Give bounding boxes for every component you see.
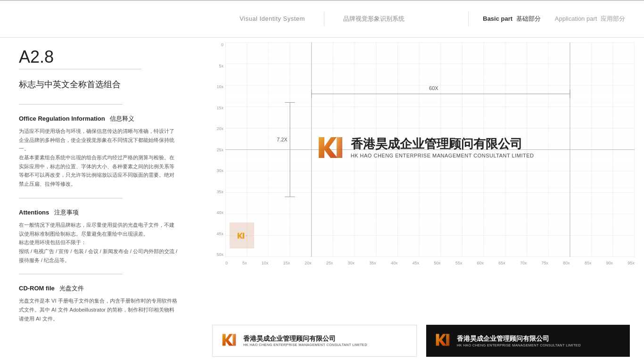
logo-light-svg xyxy=(220,331,239,348)
page-code-divider xyxy=(19,69,141,69)
logo-dark-svg xyxy=(433,331,452,348)
page-title: 标志与中英文全称首选组合 xyxy=(19,79,179,90)
y-axis-labels: 50x 45x 40x 35x 30x 25x 20x 15x 10x 5x 0 xyxy=(212,42,225,257)
header-center: Visual Identity System 品牌视觉形象识别系统 xyxy=(239,12,405,26)
annotation-60x: 60X xyxy=(429,85,438,91)
logo-dark-text: 香港昊成企业管理顾问有限公司 HK HAO CHENG ENTERPRISE M… xyxy=(457,334,581,347)
vi-title: Visual Identity System xyxy=(239,15,305,22)
section2-heading: Attentions 注意事项 xyxy=(19,208,179,217)
chart-thumbnail: ✕ xyxy=(230,222,254,248)
top-line-left xyxy=(0,0,28,1)
section1-heading: Office Regulation Information 信息释义 xyxy=(19,114,179,123)
top-line xyxy=(28,0,644,1)
section2-body: 在一般情况下使用品牌标志，应尽量使用提供的光盘电子文件，不建议使用标准制图绘制标… xyxy=(19,221,179,264)
chart-area: 7.2X 60X xyxy=(225,42,635,257)
logo-dark-cn: 香港昊成企业管理顾问有限公司 xyxy=(457,334,581,343)
section2-divider xyxy=(19,198,123,198)
logo-dark-en: HK HAO CHENG ENTERPRISE MANAGEMENT CONSU… xyxy=(457,343,581,347)
logo-light: 香港昊成企业管理顾问有限公司 HK HAO CHENG ENTERPRISE M… xyxy=(212,325,417,357)
page-code: A2.8 xyxy=(19,47,179,67)
logo-light-cn: 香港昊成企业管理顾问有限公司 xyxy=(243,334,367,343)
chart-logo-cn: 香港昊成企业管理顾问有限公司 xyxy=(351,137,534,151)
chart-logo-text: 香港昊成企业管理顾问有限公司 HK HAO CHENG ENTERPRISE M… xyxy=(351,137,534,158)
section3-body: 光盘文件是本 VI 手册电子文件的集合，内含手册制作时的专用软件格式文件。其中 … xyxy=(19,296,179,323)
logo-light-en: HK HAO CHENG ENTERPRISE MANAGEMENT CONSU… xyxy=(243,343,367,348)
logo-dark: 香港昊成企业管理顾问有限公司 HK HAO CHENG ENTERPRISE M… xyxy=(426,325,630,357)
section1-divider xyxy=(19,104,123,105)
logo-dark-icon xyxy=(433,331,452,350)
right-panel: 50x 45x 40x 35x 30x 25x 20x 15x 10x 5x 0 xyxy=(198,38,644,330)
section3-divider xyxy=(19,274,123,274)
logo-light-icon xyxy=(220,331,239,350)
chart-logo-icon xyxy=(314,133,347,162)
app-part-label: Application part 应用部分 xyxy=(555,14,625,23)
thumbnail-icon xyxy=(236,231,246,240)
header-right: Basic part 基础部分 Application part 应用部分 xyxy=(468,12,625,26)
section1-body: 为适应不同使用场合与环境，确保信息传达的清晰与准确，特设计了企业品牌的多种组合，… xyxy=(19,127,179,189)
chart-logo-en: HK HAO CHENG ENTERPRISE MANAGEMENT CONSU… xyxy=(351,153,534,158)
section3-heading: CD-ROM file 光盘文件 xyxy=(19,284,179,293)
x-axis-labels: 0 5x 10x 15x 20x 25x 30x 35x 40x 45x 50x… xyxy=(225,257,635,269)
chart-logo: 香港昊成企业管理顾问有限公司 HK HAO CHENG ENTERPRISE M… xyxy=(312,107,570,189)
logo-light-text: 香港昊成企业管理顾问有限公司 HK HAO CHENG ENTERPRISE M… xyxy=(243,334,367,348)
cn-title: 品牌视觉形象识别系统 xyxy=(343,15,405,23)
annotation-72x: 7.2X xyxy=(277,137,288,142)
thumbnail-x-mark: ✕ xyxy=(246,235,248,237)
chart-container: 50x 45x 40x 35x 30x 25x 20x 15x 10x 5x 0 xyxy=(212,42,635,269)
bottom-logos: 香港昊成企业管理顾问有限公司 HK HAO CHENG ENTERPRISE M… xyxy=(198,320,644,362)
basic-part-label: Basic part 基础部分 xyxy=(483,14,541,23)
header: Visual Identity System 品牌视觉形象识别系统 Basic … xyxy=(0,0,644,38)
left-panel: A2.8 标志与中英文全称首选组合 Office Regulation Info… xyxy=(0,38,198,362)
